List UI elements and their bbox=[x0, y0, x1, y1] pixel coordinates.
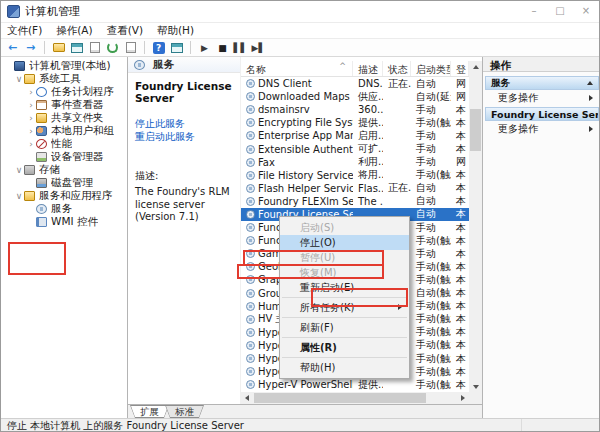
cell-status: 正在... bbox=[383, 77, 411, 91]
service-row[interactable]: File History Service将用...手动(触发...本 bbox=[241, 169, 469, 182]
minimize-button[interactable]: – bbox=[521, 1, 547, 22]
close-button[interactable]: × bbox=[573, 1, 599, 22]
toolbar-export-list-icon[interactable] bbox=[87, 41, 102, 55]
tree-item-shared-folders[interactable]: ›共享文件夹 bbox=[1, 111, 127, 124]
toolbar-show-console-tree-icon[interactable] bbox=[69, 41, 84, 55]
service-row[interactable]: Hyper-V PowerShell Dire...提供...手动(触发...本 bbox=[241, 378, 469, 391]
menu-file[interactable]: 文件(F) bbox=[7, 24, 42, 38]
menu-item-停止O[interactable]: 停止(O) bbox=[280, 235, 409, 250]
toolbar-pause-service-icon[interactable]: ▌▌ bbox=[233, 41, 248, 55]
collapsed-chevron-icon[interactable]: › bbox=[26, 87, 36, 97]
toolbar-help-icon[interactable]: ? bbox=[151, 41, 166, 55]
column-header-0[interactable]: 名称^ bbox=[241, 61, 353, 76]
service-gear-icon bbox=[246, 131, 255, 140]
actions-section-header-0[interactable]: 服务 bbox=[485, 76, 599, 90]
cell-logon-as: 本 bbox=[451, 247, 469, 261]
tree-item-performance[interactable]: ›性能 bbox=[1, 137, 127, 150]
toolbar-stop-service-icon[interactable]: ■ bbox=[215, 41, 230, 55]
more-actions-item[interactable]: 更多操作 bbox=[485, 121, 599, 136]
menu-item-刷新F[interactable]: 刷新(F) bbox=[280, 320, 409, 335]
scroll-left-icon[interactable] bbox=[241, 392, 253, 404]
menu-view[interactable]: 查看(V) bbox=[107, 24, 143, 38]
tab-标准[interactable]: 标准 bbox=[165, 405, 204, 418]
tree-item-task-scheduler[interactable]: ›任务计划程序 bbox=[1, 85, 127, 98]
service-row[interactable]: DNS ClientDNS...正在...自动网 bbox=[241, 77, 469, 90]
cell-name: Extensible Authenticatio... bbox=[241, 144, 353, 155]
vertical-scroll-thumb[interactable] bbox=[470, 109, 481, 151]
toolbar-separator bbox=[44, 41, 45, 54]
cell-logon-as: 本 bbox=[451, 234, 469, 248]
menu-item-属性R[interactable]: 属性(R) bbox=[280, 340, 409, 355]
collapsed-chevron-icon[interactable]: › bbox=[26, 139, 36, 149]
system-tools-icon bbox=[24, 74, 35, 84]
toolbar-forward-arrow-icon[interactable]: → bbox=[23, 41, 38, 55]
tree-item-event-viewer[interactable]: ›事件查看器 bbox=[1, 98, 127, 111]
collapsed-chevron-icon[interactable]: › bbox=[26, 113, 36, 123]
service-name-text: Downloaded Maps Man... bbox=[258, 91, 353, 102]
service-gear-icon bbox=[246, 158, 255, 167]
toolbar-back-arrow-icon[interactable]: ← bbox=[5, 41, 20, 55]
tree-item-device-manager[interactable]: 设备管理器 bbox=[1, 150, 127, 163]
menu-item-所有任务K[interactable]: 所有任务(K) bbox=[280, 300, 409, 315]
cell-logon-as: 本 bbox=[451, 129, 469, 143]
menu-action[interactable]: 操作(A) bbox=[56, 24, 92, 38]
actions-section-header-1[interactable]: Foundry License Server bbox=[485, 107, 599, 121]
tree-item-local-users-groups[interactable]: ›本地用户和组 bbox=[1, 124, 127, 137]
expanded-chevron-icon[interactable]: ∨ bbox=[14, 191, 24, 201]
collapsed-chevron-icon[interactable]: › bbox=[26, 100, 36, 110]
scroll-down-icon[interactable] bbox=[469, 381, 482, 392]
cell-logon-as: 本 bbox=[451, 273, 469, 287]
stop-service-link[interactable]: 停止此服务 bbox=[135, 117, 233, 130]
service-gear-icon bbox=[246, 223, 255, 232]
collapse-icon[interactable] bbox=[587, 81, 593, 85]
cell-description: DNS... bbox=[353, 78, 383, 89]
service-row[interactable]: dsmainsrv360...手动本 bbox=[241, 103, 469, 116]
actions-panel: 操作 服务更多操作Foundry License Server更多操作 bbox=[482, 57, 600, 418]
more-actions-item[interactable]: 更多操作 bbox=[485, 90, 599, 105]
horizontal-scrollbar[interactable] bbox=[241, 392, 469, 404]
vertical-scrollbar[interactable] bbox=[469, 61, 482, 392]
collapsed-chevron-icon[interactable]: › bbox=[26, 126, 36, 136]
service-row[interactable]: Downloaded Maps Man...供应...自动(延迟...网 bbox=[241, 90, 469, 103]
toolbar-up-one-level-folder-icon[interactable] bbox=[51, 41, 66, 55]
cell-startup-type: 自动(触发... bbox=[411, 286, 451, 300]
app-icon bbox=[7, 5, 20, 18]
toolbar-refresh-icon[interactable] bbox=[105, 41, 120, 55]
menu-item-帮助H[interactable]: 帮助(H) bbox=[280, 360, 409, 375]
toolbar-properties-doc-icon[interactable] bbox=[123, 41, 138, 55]
menu-help[interactable]: 帮助(H) bbox=[157, 24, 194, 38]
service-row[interactable]: Flash Helper ServiceFlas...正在...自动本 bbox=[241, 182, 469, 195]
tree-item-computer-management[interactable]: 计算机管理(本地) bbox=[1, 59, 127, 72]
menu-separator bbox=[282, 317, 407, 318]
service-gear-icon bbox=[246, 249, 255, 258]
maximize-button[interactable]: □ bbox=[547, 1, 573, 22]
toolbar-restart-service-icon[interactable]: ▶▌ bbox=[251, 41, 266, 55]
service-row[interactable]: Encrypting File System (E...提供...手动(触发..… bbox=[241, 116, 469, 129]
scroll-right-icon[interactable] bbox=[457, 392, 469, 404]
column-header-2[interactable]: 状态 bbox=[383, 61, 411, 76]
expanded-chevron-icon[interactable]: ∨ bbox=[14, 165, 24, 175]
tree-item-disk-management[interactable]: 磁盘管理 bbox=[1, 176, 127, 189]
tab-扩展[interactable]: 扩展 bbox=[130, 405, 169, 418]
column-header-1[interactable]: 描述 bbox=[353, 61, 383, 76]
service-row[interactable]: Extensible Authenticatio...可扩...手动本 bbox=[241, 142, 469, 155]
tree-item-services[interactable]: 服务 bbox=[1, 202, 127, 215]
service-row[interactable]: Fax利用...手动网 bbox=[241, 156, 469, 169]
menu-item-重新启动E[interactable]: 重新启动(E) bbox=[280, 280, 409, 295]
tree-item-services-applications[interactable]: ∨服务和应用程序 bbox=[1, 189, 127, 202]
column-header-3[interactable]: 启动类型 bbox=[411, 61, 451, 76]
tree-item-storage[interactable]: ∨存储 bbox=[1, 163, 127, 176]
tree-item-wmi-control[interactable]: WMI 控件 bbox=[1, 215, 127, 228]
column-header-4[interactable]: 登 bbox=[451, 61, 469, 76]
restart-service-link[interactable]: 重启动此服务 bbox=[135, 130, 233, 143]
service-row[interactable]: Foundry FLEXlm ServerThe ...自动本 bbox=[241, 195, 469, 208]
cell-description: 提供... bbox=[353, 378, 383, 392]
tree-item-system-tools[interactable]: ∨系统工具 bbox=[1, 72, 127, 85]
expanded-chevron-icon[interactable]: ∨ bbox=[14, 74, 24, 84]
scroll-up-icon[interactable] bbox=[469, 61, 482, 72]
horizontal-scroll-thumb[interactable] bbox=[254, 393, 426, 403]
service-row[interactable]: Enterprise App Manage...启用...手动本 bbox=[241, 129, 469, 142]
service-gear-icon bbox=[246, 289, 255, 298]
toolbar-show-hide-action-pane-icon[interactable] bbox=[169, 41, 184, 55]
toolbar-start-service-icon[interactable]: ▶ bbox=[197, 41, 212, 55]
